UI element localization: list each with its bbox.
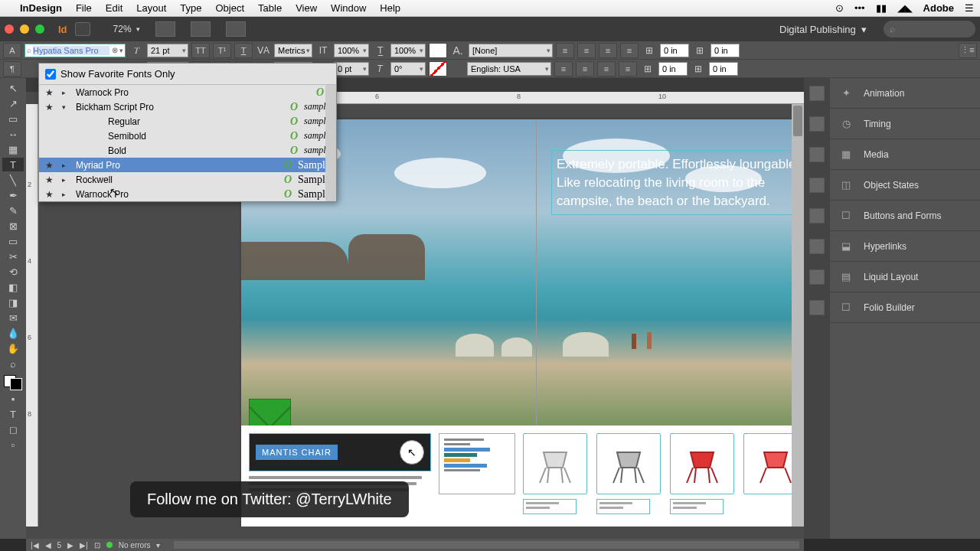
font-search-input[interactable] <box>33 46 109 55</box>
menu-table[interactable]: Table <box>258 2 282 14</box>
menu-window[interactable]: Window <box>331 2 366 14</box>
hand-tool[interactable]: ✋ <box>2 341 24 355</box>
product-thumb-2[interactable] <box>596 433 661 514</box>
hero-text-frame[interactable]: Extremely portable. Effortlessly loungab… <box>551 150 792 215</box>
view-options-dropdown[interactable] <box>155 21 175 37</box>
window-controls[interactable] <box>5 24 44 34</box>
menu-signal-icon[interactable]: ▮▮ <box>876 2 887 14</box>
gradient-feather-tool[interactable]: ◨ <box>2 295 24 309</box>
mantis-header[interactable]: MANTIS CHAIR ↖ <box>249 433 431 471</box>
line-tool[interactable]: ╲ <box>2 173 24 187</box>
dock-icon-3[interactable] <box>809 147 825 162</box>
expand-arrow-icon[interactable]: ▸ <box>62 176 70 184</box>
font-row[interactable]: ★▸Myriad ProOSample <box>39 158 336 172</box>
font-row[interactable]: RegularOsample <box>39 114 336 129</box>
font-row[interactable]: BoldOsample <box>39 143 336 158</box>
help-search[interactable]: ⌕ <box>884 21 975 37</box>
format-container-button[interactable]: T <box>2 407 24 421</box>
default-fill-button[interactable]: ◻ <box>2 422 24 436</box>
charstyle-field[interactable]: [None] <box>469 44 553 57</box>
panel-liquid-layout[interactable]: ▤Liquid Layout <box>830 262 980 292</box>
panel-media[interactable]: ▦Media <box>830 139 980 170</box>
font-row[interactable]: ★▸Warnock ProO <box>39 85 336 99</box>
favorites-checkbox[interactable] <box>45 69 56 80</box>
screen-mode-dropdown[interactable] <box>191 21 211 37</box>
menu-edit[interactable]: Edit <box>106 2 122 14</box>
paragraph-mode-button[interactable]: ¶ <box>3 61 21 77</box>
rectangle-tool[interactable]: ▭ <box>2 234 24 248</box>
menu-extra-icon[interactable]: ••• <box>854 2 865 14</box>
cc-icon[interactable]: ⊙ <box>835 2 844 14</box>
dock-icon-6[interactable] <box>809 239 825 254</box>
hscale-field[interactable]: 100% <box>390 44 426 57</box>
dock-icon-1[interactable] <box>809 86 825 101</box>
gradient-swatch-tool[interactable]: ◧ <box>2 280 24 294</box>
favorite-star-icon[interactable]: ★ <box>45 189 56 200</box>
dock-icon-2[interactable] <box>809 116 825 132</box>
align-left-button[interactable]: ≡ <box>556 43 574 58</box>
favorite-star-icon[interactable]: ★ <box>45 160 56 171</box>
vertical-ruler[interactable]: 2 4 6 8 <box>26 104 38 527</box>
panel-animation[interactable]: ✦Animation <box>830 78 980 109</box>
dock-icon-7[interactable] <box>809 269 825 285</box>
color-swatch[interactable] <box>4 375 22 390</box>
clear-icon[interactable]: ⊗ <box>112 46 118 54</box>
scissors-tool[interactable]: ✂ <box>2 249 24 263</box>
inset-top-field[interactable]: 0 in <box>660 44 689 57</box>
preflight-menu[interactable]: ▾ <box>156 541 160 549</box>
underline-button[interactable]: T <box>234 43 253 58</box>
free-transform-tool[interactable]: ⟲ <box>2 265 24 279</box>
zoom-tool[interactable]: ⌕ <box>2 357 24 370</box>
panel-timing[interactable]: ◷Timing <box>830 109 980 139</box>
justify-right-button[interactable]: ≡ <box>619 61 637 77</box>
expand-arrow-icon[interactable]: ▸ <box>62 191 70 198</box>
prev-page-button[interactable]: ◀ <box>45 541 51 549</box>
baseline-field[interactable]: 0 pt <box>334 62 369 76</box>
font-list-scrollbar[interactable] <box>325 85 336 201</box>
expand-arrow-icon[interactable]: ▸ <box>62 89 70 96</box>
dock-icon-5[interactable] <box>809 208 825 223</box>
font-family-field[interactable]: ⌕ ⊗ ▾ <box>24 44 126 57</box>
menu-object[interactable]: Object <box>216 2 245 14</box>
dock-icon-8[interactable] <box>809 300 825 315</box>
arrange-dropdown[interactable] <box>226 21 246 37</box>
placeholder-frame[interactable] <box>249 399 291 425</box>
horizontal-scrollbar[interactable] <box>174 541 799 549</box>
inset-left-field[interactable]: 0 in <box>710 44 740 57</box>
screen-mode-button[interactable]: ▫ <box>2 438 24 452</box>
favorite-star-icon[interactable]: ★ <box>45 87 56 98</box>
apply-color-button[interactable]: ▪ <box>2 392 24 406</box>
adobe-icon[interactable]: ◢◣ <box>897 2 913 14</box>
app-name[interactable]: InDesign <box>20 2 62 14</box>
page-number[interactable]: 5 <box>57 541 62 549</box>
note-tool[interactable]: ✉ <box>2 311 24 324</box>
menu-file[interactable]: File <box>76 2 92 14</box>
first-page-button[interactable]: |◀ <box>31 541 39 549</box>
menu-type[interactable]: Type <box>180 2 201 14</box>
product-thumb-3[interactable] <box>670 433 734 514</box>
menu-view[interactable]: View <box>296 2 317 14</box>
panel-menu-button[interactable]: ⋮≡ <box>959 43 977 58</box>
bridge-button[interactable] <box>75 22 90 36</box>
type-tool[interactable]: T <box>2 158 24 171</box>
dock-icon-4[interactable] <box>809 178 825 193</box>
product-thumb-1[interactable] <box>523 433 587 514</box>
kerning-field[interactable]: Metrics <box>274 44 312 57</box>
panel-buttons-forms[interactable]: ☐Buttons and Forms <box>830 201 980 231</box>
inset-bottom-field[interactable]: 0 in <box>658 62 688 76</box>
justify-left-button[interactable]: ≡ <box>576 61 594 77</box>
last-page-button[interactable]: ▶| <box>80 541 88 549</box>
zoom-level[interactable]: 72%▾ <box>113 24 140 34</box>
font-list[interactable]: ★▸Warnock ProO★▾Bickham Script ProOsampl… <box>39 85 336 201</box>
content-collector-tool[interactable]: ▦ <box>2 142 24 156</box>
menu-help[interactable]: Help <box>380 2 400 14</box>
font-row[interactable]: ★▾Bickham Script ProOsample <box>39 99 336 114</box>
allcaps-button[interactable]: TT <box>191 43 210 58</box>
menu-layout[interactable]: Layout <box>136 2 166 14</box>
gap-tool[interactable]: ↔ <box>2 127 24 141</box>
page-tool[interactable]: ▭ <box>2 112 24 126</box>
next-page-button[interactable]: ▶ <box>67 541 74 549</box>
favorite-star-icon[interactable]: ★ <box>45 102 56 112</box>
favorite-star-icon[interactable]: ★ <box>45 174 56 185</box>
adobe-label[interactable]: Adobe <box>923 2 954 14</box>
